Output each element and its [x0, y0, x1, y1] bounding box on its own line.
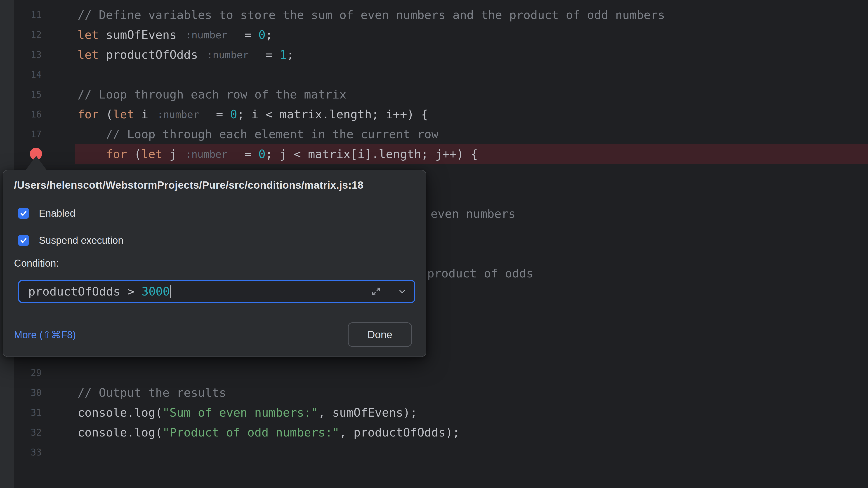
code-token-num: 0 [258, 28, 266, 41]
code-line[interactable]: 11// Define variables to store the sum o… [0, 5, 868, 25]
code-token-str: "Sum of even numbers:" [162, 406, 318, 419]
expand-icon [370, 286, 382, 297]
code-token-pl: ; [266, 28, 273, 41]
code-line[interactable]: 30// Output the results [0, 383, 868, 402]
condition-input[interactable]: productOfOdds > 3000 [18, 280, 415, 303]
code-token-cmt: // Loop through each row of the matrix [78, 88, 346, 101]
code-token-pl: = [230, 147, 258, 161]
code-line[interactable]: 13let productOfOdds :number = 1; [0, 45, 868, 65]
code-token-pl: ; [287, 48, 294, 61]
enabled-checkbox[interactable] [18, 208, 29, 219]
condition-history-dropdown[interactable] [390, 281, 414, 302]
enabled-checkbox-label: Enabled [39, 207, 75, 219]
code-text: console.log("Product of odd numbers:", p… [75, 422, 868, 442]
code-token-pl [78, 147, 106, 161]
code-token-num: 3000 [142, 285, 170, 298]
suspend-execution-checkbox[interactable] [18, 235, 29, 246]
line-number[interactable]: 29 [0, 367, 75, 378]
condition-label: Condition: [14, 258, 59, 269]
code-line[interactable]: 33 [0, 442, 868, 462]
code-text: // Loop through each row of the matrix [75, 85, 868, 104]
code-token-pl: ; i < matrix.length; i++) { [237, 107, 428, 121]
code-text [75, 442, 868, 462]
code-token-inlay: :number [186, 149, 227, 160]
code-line[interactable]: 12let sumOfEvens :number = 0; [0, 25, 868, 45]
code-line[interactable]: 18 for (let j :number = 0; j < matrix[i]… [0, 144, 868, 164]
code-token-pl: = [251, 48, 280, 61]
code-text [75, 65, 868, 85]
expand-editor-button[interactable] [363, 281, 390, 302]
code-text: let sumOfEvens :number = 0; [75, 25, 868, 45]
code-token-pl: console.log( [78, 406, 162, 419]
code-line[interactable]: 14 [0, 65, 868, 85]
code-token-kw: for [106, 147, 127, 161]
code-text [75, 363, 868, 383]
line-number[interactable]: 13 [0, 50, 75, 60]
code-token-kw: let [113, 107, 134, 121]
code-text: // Output the results [75, 383, 868, 402]
line-number[interactable]: 17 [0, 129, 75, 139]
code-token-pl: i [134, 107, 155, 121]
chevron-down-icon [397, 287, 407, 296]
breakpoint-popup: /Users/helenscott/WebstormProjects/Pure/… [3, 170, 426, 357]
code-token-inlay: :number [157, 109, 199, 120]
done-button[interactable]: Done [348, 322, 412, 347]
code-token-kw: let [78, 28, 99, 41]
check-icon [20, 209, 27, 217]
code-token-num: 0 [230, 107, 237, 121]
line-number[interactable]: 33 [0, 447, 75, 457]
code-token-cmt: // Output the results [78, 386, 226, 399]
code-token-pl: = [202, 107, 230, 121]
code-token-pl: ; j < matrix[i].length; j++) { [266, 147, 478, 161]
code-token-pl: j [162, 147, 184, 161]
more-settings-link[interactable]: More (⇧⌘F8) [14, 329, 76, 340]
code-token-kw: let [141, 147, 162, 161]
line-number[interactable]: 32 [0, 427, 75, 437]
code-text: let productOfOdds :number = 1; [75, 45, 868, 65]
code-line[interactable]: 17 // Loop through each element in the c… [0, 124, 868, 144]
line-number[interactable]: 16 [0, 109, 75, 120]
code-token-pl: productOfOdds > [28, 285, 142, 298]
code-token-pl: sumOfEvens [99, 28, 184, 41]
code-line[interactable]: 16for (let i :number = 0; i < matrix.len… [0, 104, 868, 124]
code-text: for (let i :number = 0; i < matrix.lengt… [75, 104, 868, 124]
line-number[interactable]: 12 [0, 30, 75, 40]
code-line[interactable]: 31console.log("Sum of even numbers:", su… [0, 402, 868, 422]
line-number[interactable]: 31 [0, 408, 75, 418]
code-token-pl: console.log( [78, 426, 162, 439]
code-token-pl: , sumOfEvens); [318, 406, 417, 419]
enabled-checkbox-row[interactable]: Enabled [18, 207, 75, 220]
code-token-num: 0 [258, 147, 266, 161]
code-token-pl: = [230, 28, 258, 41]
code-token-pl [78, 127, 106, 141]
code-token-cmt: product of odds [427, 267, 533, 280]
code-token-cmt: even numbers [431, 207, 516, 221]
suspend-execution-checkbox-label: Suspend execution [39, 235, 123, 246]
popup-arrow [25, 156, 47, 171]
line-number[interactable]: 14 [0, 69, 75, 80]
code-token-kw: for [78, 107, 99, 121]
code-line[interactable]: 32console.log("Product of odd numbers:",… [0, 422, 868, 442]
code-text: for (let j :number = 0; j < matrix[i].le… [75, 144, 868, 164]
code-token-str: "Product of odd numbers:" [162, 426, 340, 439]
code-token-pl: productOfOdds [99, 48, 205, 61]
breakpoint-location-title: /Users/helenscott/WebstormProjects/Pure/… [14, 179, 364, 191]
code-token-pl: ( [127, 147, 141, 161]
code-token-num: 1 [280, 48, 287, 61]
line-number[interactable]: 11 [0, 10, 75, 20]
code-token-cmt: // Define variables to store the sum of … [78, 8, 665, 22]
code-text: // Loop through each element in the curr… [75, 124, 868, 144]
code-text: console.log("Sum of even numbers:", sumO… [75, 402, 868, 422]
code-line[interactable]: 29 [0, 363, 868, 383]
suspend-checkbox-row[interactable]: Suspend execution [18, 234, 123, 247]
text-caret [170, 285, 171, 298]
code-token-pl: ( [99, 107, 113, 121]
code-text: // Define variables to store the sum of … [75, 5, 868, 25]
line-number[interactable]: 15 [0, 89, 75, 100]
condition-input-text[interactable]: productOfOdds > 3000 [19, 281, 363, 302]
code-token-pl: , productOfOdds); [339, 426, 460, 439]
code-token-kw: let [78, 48, 99, 61]
line-number[interactable]: 30 [0, 387, 75, 398]
code-token-cmt: // Loop through each element in the curr… [106, 127, 438, 141]
code-line[interactable]: 15// Loop through each row of the matrix [0, 85, 868, 104]
